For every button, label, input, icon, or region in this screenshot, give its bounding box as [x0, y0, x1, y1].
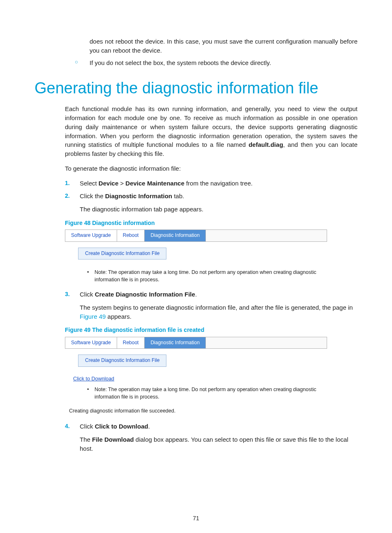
- bullet-dot-icon: •: [87, 386, 95, 401]
- tab-reboot[interactable]: Reboot: [117, 230, 145, 241]
- step-item-1: Select Device > Device Maintenance from …: [65, 179, 357, 188]
- sub-text: The system begins to generate diagnostic…: [80, 304, 353, 311]
- figure-49-caption: Figure 49 The diagnostic information fil…: [65, 326, 357, 334]
- sub-text: appears.: [106, 313, 131, 320]
- tab-software-upgrade[interactable]: Software Upgrade: [65, 337, 117, 348]
- note-item: • Note: The operation may take a long ti…: [80, 386, 327, 401]
- step-text: tab.: [172, 192, 184, 199]
- ui-label: Device: [99, 180, 118, 187]
- bullet-text: If you do not select the box, the system…: [90, 58, 271, 67]
- step-text: .: [195, 291, 197, 298]
- figure-49-reference[interactable]: Figure 49: [80, 313, 106, 320]
- tab-diagnostic-information[interactable]: Diagnostic Information: [145, 230, 205, 241]
- step-item-3: Click Create Diagnostic Information File…: [65, 290, 357, 321]
- continuation-text: does not reboot the device. In this case…: [90, 37, 357, 55]
- ui-label: File Download: [92, 436, 134, 443]
- step-text: from the navigation tree.: [184, 180, 253, 187]
- step-sub-text: The system begins to generate diagnostic…: [80, 303, 357, 321]
- ui-label: Diagnostic Information: [105, 192, 172, 199]
- figure-48-screenshot: Software Upgrade Reboot Diagnostic Infor…: [65, 229, 327, 283]
- figure-48-caption: Figure 48 Diagnostic information: [65, 219, 357, 227]
- step-text: Select: [80, 180, 99, 187]
- step-text: >: [118, 180, 125, 187]
- tab-diagnostic-information[interactable]: Diagnostic Information: [145, 337, 205, 348]
- sub-text: The: [80, 436, 92, 443]
- note-item: • Note: The operation may take a long ti…: [80, 269, 327, 283]
- ui-label: Create Diagnostic Information File: [95, 291, 195, 298]
- click-to-download-link[interactable]: Click to Download: [73, 375, 327, 382]
- lead-in-text: To generate the diagnostic information f…: [65, 164, 357, 173]
- step-text: Click the: [80, 192, 105, 199]
- step-sub-text: The File Download dialog box appears. Yo…: [80, 435, 357, 453]
- success-message: Creating diagnostic information file suc…: [69, 407, 327, 415]
- ui-label: Device Maintenance: [125, 180, 184, 187]
- intro-paragraph: Each functional module has its own runni…: [65, 104, 357, 158]
- step-item-4: Click Click to Download. The File Downlo…: [65, 422, 357, 453]
- tab-bar: Software Upgrade Reboot Diagnostic Infor…: [65, 229, 327, 241]
- ui-label: Click to Download: [95, 423, 148, 430]
- filename-bold: default.diag: [249, 141, 283, 148]
- step-sub-text: The diagnostic information tab page appe…: [80, 205, 357, 214]
- step-text: Click: [80, 291, 95, 298]
- tab-reboot[interactable]: Reboot: [117, 337, 145, 348]
- tab-software-upgrade[interactable]: Software Upgrade: [65, 230, 117, 241]
- step-text: Click: [80, 423, 95, 430]
- tab-spacer: [206, 337, 327, 348]
- note-text: Note: The operation may take a long time…: [95, 386, 327, 401]
- create-diagnostic-file-button[interactable]: Create Diagnostic Information File: [78, 248, 166, 260]
- tab-bar: Software Upgrade Reboot Diagnostic Infor…: [65, 337, 327, 349]
- bullet-dot-icon: •: [87, 269, 95, 283]
- step-item-2: Click the Diagnostic Information tab. Th…: [65, 192, 357, 214]
- section-heading: Generating the diagnostic information fi…: [35, 77, 357, 100]
- tab-spacer: [206, 230, 327, 241]
- sub-bullet-item: ○ If you do not select the box, the syst…: [75, 58, 357, 67]
- figure-49-screenshot: Software Upgrade Reboot Diagnostic Infor…: [65, 337, 327, 415]
- page-number: 71: [0, 515, 392, 521]
- step-text: .: [148, 423, 150, 430]
- create-diagnostic-file-button[interactable]: Create Diagnostic Information File: [78, 355, 166, 366]
- note-text: Note: The operation may take a long time…: [95, 269, 327, 283]
- bullet-marker: ○: [75, 58, 90, 67]
